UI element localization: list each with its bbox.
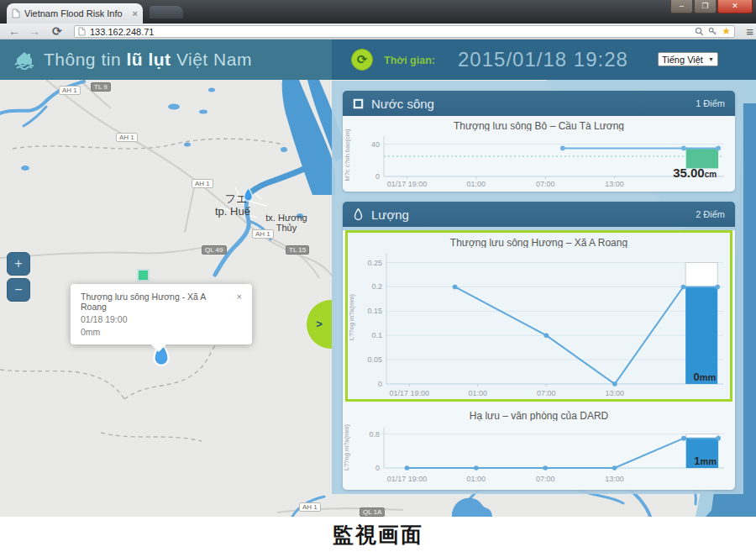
popup-pointer (151, 344, 166, 360)
x-tick-label: 07:00 (536, 475, 555, 483)
zoom-in-button[interactable]: + (7, 252, 30, 276)
page-icon (12, 8, 20, 18)
rainfall-plot-dard: 0.8001/17 19:0001:0007:0013:001mm (345, 421, 732, 485)
x-tick-label: 01/17 19:00 (387, 475, 428, 483)
square-icon (353, 98, 364, 109)
road-badge-ql49: QL 49 (202, 245, 227, 255)
tab-close-icon[interactable]: × (133, 9, 138, 18)
river-station-marker[interactable] (137, 269, 150, 281)
data-point (716, 146, 721, 151)
rain-panel-body: Thượng lưu sông Hương – Xã A Roang L??ng… (343, 230, 735, 490)
app-header: Thông tin lũ lụt Việt Nam ⟳ Thời gian: 2… (0, 39, 756, 80)
current-value-label: 0mm (693, 371, 716, 383)
selected-chart-highlight: Thượng lưu sông Hương – Xã A Roang L??ng… (345, 230, 732, 402)
chart-title: Hạ lưu – văn phòng của DARD (343, 407, 735, 421)
screen: Vietnam Flood Risk Info × – ❐ ✕ ← → ⟳ ★ (0, 0, 756, 552)
road-badge-ql1a: QL 1A (360, 507, 385, 517)
x-tick-label: 01:00 (467, 180, 486, 188)
popup-time: 01/18 19:00 (81, 314, 242, 324)
refresh-button[interactable]: ⟳ (351, 49, 373, 71)
x-tick-label: 13:00 (606, 389, 625, 397)
popup-value: 0mm (81, 327, 242, 337)
y-tick-label: 0.8 (369, 430, 380, 439)
x-tick-label: 07:00 (536, 180, 555, 188)
rain-station-marker-hue-icon[interactable] (242, 187, 255, 202)
river-panel-header: Nước sông 1 Điểm (343, 91, 735, 116)
browser-toolbar: ← → ⟳ ★ ≡ (0, 24, 756, 39)
popup-close-icon[interactable]: × (237, 292, 242, 312)
road-badge-ah1: AH 1 (192, 179, 213, 188)
chart-title: Thượng lưu sông Hương – Xã A Roang (348, 233, 730, 248)
tab-title: Vietnam Flood Risk Info (24, 8, 129, 18)
browser-tab-bar: Vietnam Flood Risk Info × – ❐ ✕ (0, 0, 756, 24)
data-point (612, 465, 617, 471)
y-axis-label: L??ng m?a(mm) (343, 421, 352, 473)
window-maximize-button[interactable]: ❐ (694, 0, 717, 13)
road-badge-ah1: AH 1 (59, 86, 81, 95)
reload-icon[interactable]: ⟳ (52, 24, 62, 39)
x-tick-label: 13:00 (605, 180, 624, 188)
y-tick-label: 0.15 (367, 307, 382, 315)
x-tick-label: 07:00 (537, 389, 556, 397)
flood-house-icon (13, 50, 35, 70)
data-point (560, 146, 565, 151)
y-tick-label: 0.25 (367, 259, 382, 267)
caption-text: 監視画面 (333, 521, 423, 549)
data-point (405, 465, 410, 471)
caption-band: 監視画面 (0, 517, 756, 552)
chart-title: Thượng lưu sông Bô – Cầu Tà Lương (343, 118, 735, 131)
back-icon[interactable]: ← (8, 24, 20, 39)
river-panel-body: Thượng lưu sông Bô – Cầu Tà Lương M?c c?… (343, 116, 735, 192)
data-point (543, 465, 548, 471)
map-canvas[interactable]: AH 1 TL 9 AH 1 AH 1 AH 1 QL 49 TL 15 AH … (0, 80, 756, 517)
browser-menu-icon[interactable]: ≡ (746, 24, 753, 39)
language-select[interactable]: Tiếng Việt ▼ (658, 52, 718, 66)
current-value-label: 1mm (694, 455, 717, 467)
y-tick-label: 0.05 (367, 355, 382, 364)
city-label-hue: tp. Huế (215, 205, 250, 218)
road-badge-ah1: AH 1 (116, 133, 138, 142)
x-tick-label: 01:00 (467, 475, 486, 483)
zoom-out-button[interactable]: − (7, 278, 30, 302)
x-tick-label: 01:00 (468, 389, 487, 397)
window-minimize-button[interactable]: – (670, 0, 693, 13)
url-bar[interactable]: ★ (74, 25, 735, 38)
x-tick-label: 13:00 (605, 475, 624, 483)
rain-panel-header: Lượng 2 Điểm (343, 202, 735, 227)
rainfall-plot-a-roang: 0.250.20.150.10.05001/17 19:0001:0007:00… (348, 248, 730, 399)
y-axis-label: L??ng m?a(mm) (347, 248, 357, 386)
rainfall-panel: Lượng 2 Điểm Thượng lưu sông Hương – Xã … (343, 202, 735, 490)
current-value-bar (685, 287, 717, 384)
y-tick-label: 0.1 (371, 331, 382, 339)
app-header-right: ⟳ Thời gian: 2015/01/18 19:28 Tiếng Việt… (332, 39, 756, 80)
forward-icon[interactable]: → (29, 24, 40, 39)
x-tick-label: 01/17 19:00 (387, 180, 428, 188)
window-close-button[interactable]: ✕ (717, 0, 753, 13)
data-point (681, 436, 686, 441)
language-value: Tiếng Việt (662, 55, 703, 65)
data-point (453, 285, 458, 290)
y-tick-label: 0 (375, 172, 380, 181)
data-point (681, 285, 686, 290)
road-badge-tl15: TL 15 (286, 245, 309, 255)
current-time: 2015/01/18 19:28 (458, 48, 628, 71)
river-panel-title: Nước sông (371, 97, 688, 111)
new-tab-button[interactable] (150, 6, 183, 18)
browser-tab[interactable]: Vietnam Flood Risk Info × (7, 3, 143, 24)
url-input[interactable] (90, 27, 695, 37)
search-icon[interactable] (695, 27, 704, 36)
road-badge-ah1: AH 1 (299, 502, 321, 512)
y-tick-label: 0 (378, 380, 382, 388)
bookmark-star-icon[interactable]: ★ (722, 25, 731, 38)
droplet-icon (353, 208, 364, 221)
data-line (407, 439, 718, 468)
data-point (715, 285, 720, 290)
river-panel-count: 1 Điểm (696, 98, 725, 108)
key-icon[interactable] (708, 27, 717, 36)
rain-panel-title: Lượng (371, 208, 688, 222)
rain-panel-count: 2 Điểm (696, 209, 725, 219)
data-point (612, 381, 617, 386)
chevron-down-icon: ▼ (708, 56, 714, 62)
data-point (474, 465, 479, 471)
y-tick-label: 0.2 (371, 282, 382, 291)
